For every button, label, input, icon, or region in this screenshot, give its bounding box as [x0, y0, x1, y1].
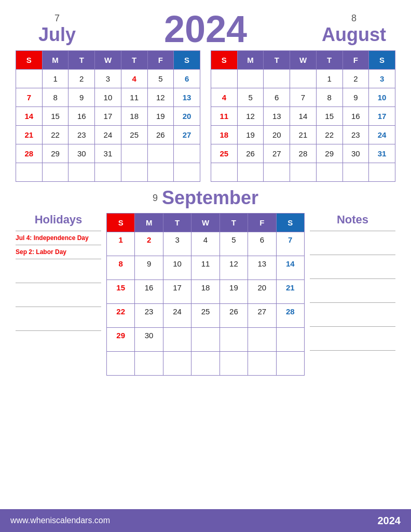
table-row: 3: [163, 232, 191, 256]
table-row: [42, 163, 68, 182]
sep-header-thu: T: [220, 214, 248, 232]
july-header-sun: S: [16, 51, 43, 70]
footer: www.wheniscalendars.com 2024: [0, 509, 411, 532]
table-row: [211, 163, 238, 182]
table-row: [369, 163, 395, 182]
table-row: 11: [211, 107, 238, 126]
table-row: 19: [147, 107, 174, 126]
august-number: 8: [351, 13, 357, 24]
year-title: 2024: [164, 8, 247, 50]
table-row: 25: [211, 144, 238, 163]
table-row: 21: [276, 280, 304, 304]
sep-header-tue: T: [163, 214, 191, 232]
table-row: [135, 352, 163, 376]
table-row: 29: [42, 144, 68, 163]
aug-header-thu: T: [316, 51, 342, 70]
aug-header-wed: W: [290, 51, 317, 70]
note-line-3: [310, 278, 395, 302]
notes-column: Notes: [305, 213, 395, 505]
july-number: 7: [54, 13, 60, 24]
aug-header-sat: S: [369, 51, 395, 70]
table-row: 16: [68, 107, 95, 126]
table-row: [342, 163, 369, 182]
table-row: 12: [147, 88, 174, 107]
table-row: 28: [276, 304, 304, 328]
table-row: 11: [191, 256, 220, 280]
table-row: 30: [342, 144, 369, 163]
holiday-spacer-1: [16, 259, 101, 283]
table-row: [107, 352, 135, 376]
table-row: 3: [369, 70, 395, 88]
table-row: 7: [290, 88, 317, 107]
top-calendars: S M T W T F S 12345678910111213141516171…: [16, 50, 395, 182]
table-row: [276, 328, 304, 352]
note-line-4: [310, 302, 395, 326]
table-row: [276, 352, 304, 376]
table-row: 17: [163, 280, 191, 304]
table-row: [220, 328, 248, 352]
holidays-column: Holidays Jul 4: Independence Day Sep 2: …: [16, 213, 106, 505]
note-line-6: [310, 350, 395, 374]
notes-title: Notes: [310, 213, 395, 227]
table-row: 10: [95, 88, 121, 107]
table-row: [68, 163, 95, 182]
sep-title: September: [162, 187, 258, 209]
note-line-2: [310, 255, 395, 278]
table-row: 23: [342, 126, 369, 144]
table-row: 16: [342, 107, 369, 126]
table-row: [264, 163, 290, 182]
table-row: [237, 163, 264, 182]
aug-header-mon: M: [237, 51, 264, 70]
table-row: [237, 70, 264, 88]
page: 7 July 2024 8 August S M T W T F: [0, 0, 411, 532]
note-line-1: [310, 231, 395, 255]
table-row: [316, 163, 342, 182]
table-row: 7: [276, 232, 304, 256]
table-row: 27: [264, 144, 290, 163]
table-row: [290, 163, 317, 182]
holidays-title: Holidays: [16, 213, 101, 227]
table-row: [121, 144, 147, 163]
table-row: 16: [135, 280, 163, 304]
table-row: 1: [316, 70, 342, 88]
footer-year: 2024: [378, 515, 401, 527]
table-row: [95, 163, 121, 182]
table-row: 26: [220, 304, 248, 328]
table-row: 1: [107, 232, 135, 256]
table-row: [163, 328, 191, 352]
holiday-spacer-3: [16, 307, 101, 330]
july-header: 7 July: [16, 13, 99, 46]
table-row: 8: [42, 88, 68, 107]
holiday-labor: Sep 2: Labor Day: [16, 245, 101, 259]
holiday-independence: Jul 4: Independence Day: [16, 231, 101, 245]
aug-header-tue: T: [264, 51, 290, 70]
table-row: 31: [95, 144, 121, 163]
table-row: 27: [248, 304, 276, 328]
table-row: 8: [107, 256, 135, 280]
sep-header-sat: S: [276, 214, 304, 232]
table-row: 9: [135, 256, 163, 280]
table-row: [147, 163, 174, 182]
table-row: [16, 163, 43, 182]
table-row: 2: [68, 70, 95, 88]
table-row: 20: [248, 280, 276, 304]
table-row: 13: [248, 256, 276, 280]
july-header-mon: M: [42, 51, 68, 70]
table-row: 10: [369, 88, 395, 107]
table-row: 17: [95, 107, 121, 126]
table-row: 13: [174, 88, 200, 107]
holiday-spacer-4: [16, 330, 101, 354]
table-row: 24: [369, 126, 395, 144]
table-row: 6: [248, 232, 276, 256]
table-row: 18: [211, 126, 238, 144]
table-row: 26: [147, 126, 174, 144]
august-header: 8 August: [312, 13, 395, 46]
july-header-thu: T: [121, 51, 147, 70]
table-row: 18: [191, 280, 220, 304]
table-row: 15: [316, 107, 342, 126]
table-row: 14: [290, 107, 317, 126]
table-row: [147, 144, 174, 163]
table-row: 19: [237, 126, 264, 144]
aug-header-sun: S: [211, 51, 238, 70]
table-row: [220, 352, 248, 376]
